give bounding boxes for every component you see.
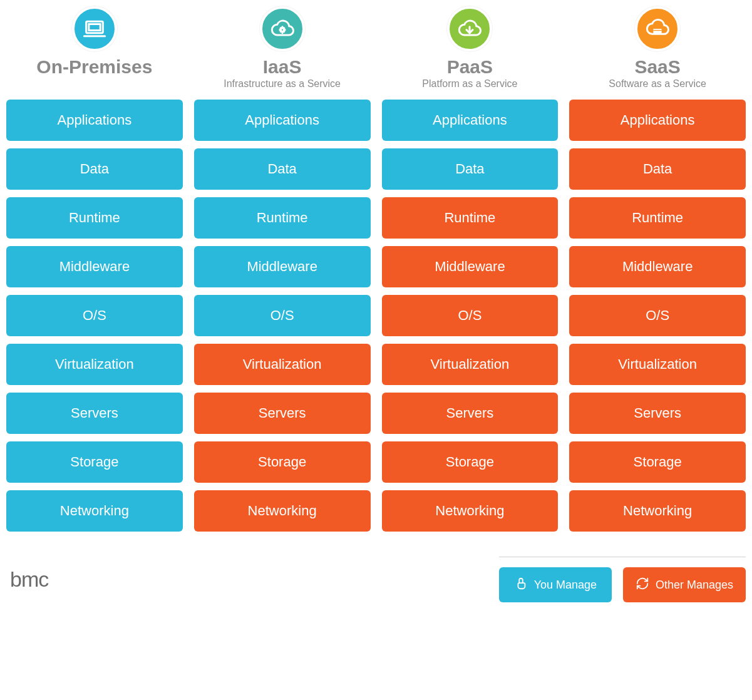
- legend-divider: [499, 557, 746, 557]
- layer-iaas-networking: Networking: [194, 490, 371, 532]
- cloud-download-icon: [447, 6, 492, 51]
- layer-saas-runtime: Runtime: [569, 197, 746, 239]
- layer-saas-data: Data: [569, 148, 746, 190]
- column-header-paas: PaaSPlatform as a Service: [382, 6, 559, 91]
- column-title-saas: SaaS: [569, 56, 746, 77]
- stack-saas: ApplicationsDataRuntimeMiddlewareO/SVirt…: [569, 100, 746, 532]
- stack-paas: ApplicationsDataRuntimeMiddlewareO/SVirt…: [382, 100, 559, 532]
- layer-saas-virtualization: Virtualization: [569, 344, 746, 385]
- layer-paas-middleware: Middleware: [382, 246, 559, 287]
- legend-other-manages: Other Manages: [623, 567, 746, 602]
- svg-rect-3: [653, 29, 661, 34]
- column-header-onprem: On-Premises: [6, 6, 183, 91]
- layer-paas-applications: Applications: [382, 100, 559, 141]
- layer-saas-servers: Servers: [569, 393, 746, 434]
- pointer-icon: [514, 577, 528, 594]
- column-title-onprem: On-Premises: [6, 56, 183, 77]
- layer-saas-middleware: Middleware: [569, 246, 746, 287]
- layer-saas-applications: Applications: [569, 100, 746, 141]
- column-title-iaas: IaaS: [194, 56, 371, 77]
- layer-paas-servers: Servers: [382, 393, 559, 434]
- legend-other-label: Other Manages: [656, 579, 733, 592]
- layer-onprem-servers: Servers: [6, 393, 183, 434]
- column-subtitle-paas: Platform as a Service: [382, 78, 559, 91]
- layer-iaas-data: Data: [194, 148, 371, 190]
- layer-iaas-servers: Servers: [194, 393, 371, 434]
- footer: bmc You Manage: [6, 557, 746, 602]
- layer-saas-storage: Storage: [569, 441, 746, 483]
- bmc-logo-text: bmc: [10, 567, 48, 592]
- layer-paas-virtualization: Virtualization: [382, 344, 559, 385]
- layer-onprem-storage: Storage: [6, 441, 183, 483]
- laptop-icon: [72, 6, 117, 51]
- layer-onprem-middleware: Middleware: [6, 246, 183, 287]
- stack-iaas: ApplicationsDataRuntimeMiddlewareO/SVirt…: [194, 100, 371, 532]
- layer-onprem-data: Data: [6, 148, 183, 190]
- column-subtitle-iaas: Infrastructure as a Service: [194, 78, 371, 91]
- layer-onprem-networking: Networking: [6, 490, 183, 532]
- column-title-paas: PaaS: [382, 56, 559, 77]
- layer-onprem-applications: Applications: [6, 100, 183, 141]
- layer-paas-storage: Storage: [382, 441, 559, 483]
- column-header-iaas: IaaSInfrastructure as a Service: [194, 6, 371, 91]
- refresh-icon: [636, 577, 649, 594]
- service-model-grid: On-PremisesIaaSInfrastructure as a Servi…: [6, 6, 746, 532]
- layer-onprem-virtualization: Virtualization: [6, 344, 183, 385]
- stack-onprem: ApplicationsDataRuntimeMiddlewareO/SVirt…: [6, 100, 183, 532]
- layer-onprem-o-s: O/S: [6, 295, 183, 336]
- layer-iaas-middleware: Middleware: [194, 246, 371, 287]
- layer-iaas-storage: Storage: [194, 441, 371, 483]
- layer-saas-o-s: O/S: [569, 295, 746, 336]
- layer-iaas-o-s: O/S: [194, 295, 371, 336]
- layer-saas-networking: Networking: [569, 490, 746, 532]
- layer-iaas-applications: Applications: [194, 100, 371, 141]
- cloud-browser-icon: [635, 6, 680, 51]
- column-header-saas: SaaSSoftware as a Service: [569, 6, 746, 91]
- layer-iaas-runtime: Runtime: [194, 197, 371, 239]
- bmc-logo: bmc: [6, 567, 48, 592]
- column-subtitle-onprem: [6, 78, 183, 91]
- svg-rect-1: [89, 24, 100, 31]
- layer-paas-o-s: O/S: [382, 295, 559, 336]
- legend-you-label: You Manage: [534, 579, 597, 592]
- layer-paas-runtime: Runtime: [382, 197, 559, 239]
- layer-paas-networking: Networking: [382, 490, 559, 532]
- layer-onprem-runtime: Runtime: [6, 197, 183, 239]
- layer-paas-data: Data: [382, 148, 559, 190]
- legend-you-manage: You Manage: [499, 567, 612, 602]
- cloud-gear-icon: [260, 6, 305, 51]
- column-subtitle-saas: Software as a Service: [569, 78, 746, 91]
- layer-iaas-virtualization: Virtualization: [194, 344, 371, 385]
- legend: You Manage Other Manages: [499, 567, 746, 602]
